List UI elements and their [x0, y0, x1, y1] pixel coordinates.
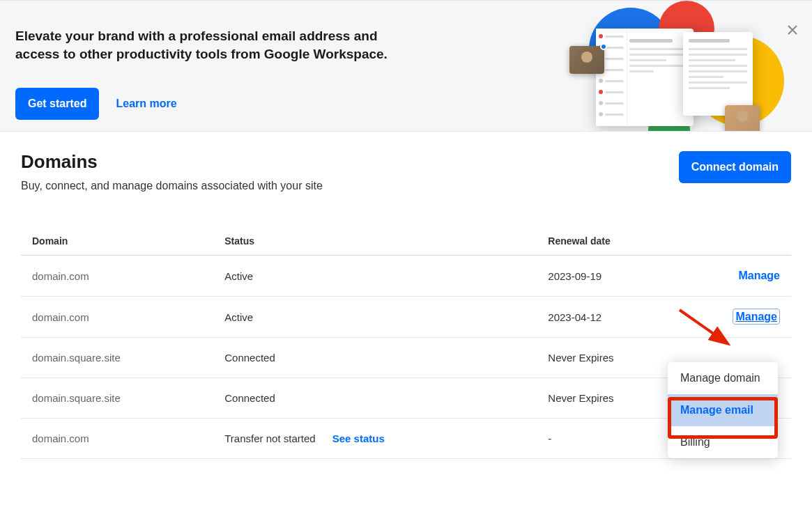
avatar-icon: [569, 46, 604, 74]
table-row: domain.com Active 2023-09-19 Manage: [21, 256, 791, 297]
banner-text: Elevate your brand with a professional e…: [15, 27, 406, 111]
page-header: Domains Buy, connect, and manage domains…: [21, 151, 791, 192]
domain-cell: domain.com: [21, 256, 213, 297]
status-cell: Connected: [213, 378, 537, 419]
status-cell: Transfer not started See status: [213, 419, 537, 459]
domain-cell: domain.square.site: [21, 378, 213, 419]
domain-cell: domain.square.site: [21, 338, 213, 378]
domain-cell: domain.com: [21, 297, 213, 338]
avatar-icon: [725, 105, 760, 132]
col-status: Status: [213, 227, 537, 256]
dropdown-item-billing[interactable]: Billing: [668, 426, 778, 458]
connect-domain-button[interactable]: Connect domain: [679, 151, 791, 183]
banner-illustration: [561, 8, 784, 132]
banner-title: Elevate your brand with a professional e…: [15, 27, 406, 63]
col-domain: Domain: [21, 227, 213, 256]
promo-banner: Elevate your brand with a professional e…: [0, 0, 812, 132]
mock-gmail-window: [596, 29, 694, 126]
manage-link[interactable]: Manage: [738, 270, 780, 281]
banner-actions: Get started Learn more: [15, 88, 406, 120]
dropdown-item-manage-email[interactable]: Manage email: [668, 394, 778, 426]
page-title: Domains: [21, 151, 323, 173]
status-cell: Active: [213, 256, 537, 297]
manage-link-active[interactable]: Manage: [733, 309, 780, 325]
mock-doc-window: [683, 32, 753, 116]
renewal-cell: 2023-04-12: [537, 297, 706, 338]
col-actions: [706, 227, 791, 256]
close-icon: [788, 25, 797, 35]
close-banner-button[interactable]: [786, 23, 799, 37]
get-started-button[interactable]: Get started: [15, 88, 99, 120]
domain-cell: domain.com: [21, 419, 213, 459]
table-header-row: Domain Status Renewal date: [21, 227, 791, 256]
status-cell: Connected: [213, 338, 537, 378]
dropdown-item-manage-domain[interactable]: Manage domain: [668, 362, 778, 394]
manage-dropdown-menu: Manage domain Manage email Billing: [668, 362, 778, 458]
status-cell: Active: [213, 297, 537, 338]
renewal-cell: 2023-09-19: [537, 256, 706, 297]
see-status-link[interactable]: See status: [332, 433, 385, 444]
col-renewal: Renewal date: [537, 227, 706, 256]
page-subtitle: Buy, connect, and manage domains associa…: [21, 180, 323, 192]
table-row: domain.com Active 2023-04-12 Manage: [21, 297, 791, 338]
learn-more-link[interactable]: Learn more: [116, 98, 176, 110]
status-text: Transfer not started: [224, 433, 315, 444]
